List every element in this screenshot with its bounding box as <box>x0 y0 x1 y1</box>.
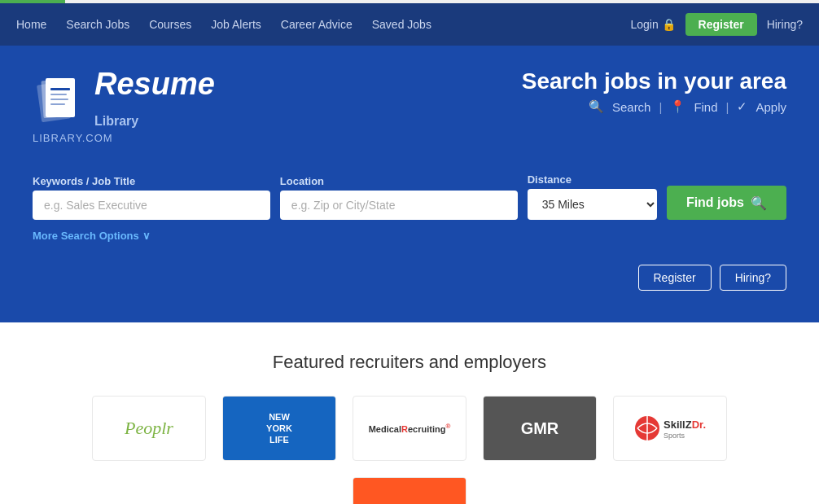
register-nav-button[interactable]: Register <box>685 13 757 36</box>
more-search-options[interactable]: More Search Options ∨ <box>33 230 786 242</box>
logo-icon <box>33 72 88 127</box>
logo-gmr[interactable]: GMR <box>483 396 597 461</box>
more-options-label: More Search Options <box>33 230 139 242</box>
keywords-field-group: Keywords / Job Title <box>33 175 270 220</box>
location-label: Location <box>280 175 518 187</box>
svg-rect-2 <box>46 78 75 117</box>
login-link[interactable]: Login 🔒 <box>630 18 675 31</box>
keywords-input[interactable] <box>33 191 270 220</box>
skillz-sports: Sports <box>664 432 706 440</box>
skillz-ball-icon <box>634 415 660 441</box>
chevron-down-icon: ∨ <box>142 230 151 242</box>
step1-label: Search <box>612 100 651 114</box>
distance-select[interactable]: 35 Miles 5 Miles 10 Miles 15 Miles 20 Mi… <box>528 189 657 220</box>
distance-field-group: Distance 35 Miles 5 Miles 10 Miles 15 Mi… <box>528 173 657 220</box>
distance-label: Distance <box>528 173 657 186</box>
nav-links: Home Search Jobs Courses Job Alerts Care… <box>16 18 431 31</box>
gmr-bg: GMR <box>484 397 596 460</box>
nyl-text: NEWYORKLIFE <box>266 411 292 446</box>
keywords-label: Keywords / Job Title <box>33 175 270 187</box>
tagline-heading: Search jobs in your area <box>522 68 786 94</box>
hero-bottom-buttons: Register Hiring? <box>33 265 786 291</box>
nyl-bg: NEWYORKLIFE <box>223 397 335 460</box>
nav-job-alerts[interactable]: Job Alerts <box>211 18 261 31</box>
location-icon: 📍 <box>670 99 685 114</box>
navigation: Home Search Jobs Courses Job Alerts Care… <box>0 3 819 46</box>
logo-vipkid[interactable]: VIP✦KID <box>353 477 466 504</box>
svg-rect-6 <box>50 103 65 105</box>
separator2: | <box>726 100 729 114</box>
peoplr-name: Peoplr <box>125 418 173 439</box>
gmr-text: GMR <box>521 419 559 438</box>
search-btn-icon: 🔍 <box>751 195 767 211</box>
logo-peoplr[interactable]: Peoplr <box>92 396 206 461</box>
svg-rect-3 <box>50 88 70 90</box>
lock-icon: 🔒 <box>662 18 676 31</box>
mr-text: MedicalRecruiting® <box>369 423 451 434</box>
featured-section: Featured recruiters and employers Peoplr… <box>0 322 819 504</box>
step3-label: Apply <box>755 100 786 114</box>
skillz-name: SkillZDr. <box>664 419 706 431</box>
step2-label: Find <box>694 100 717 114</box>
nav-home[interactable]: Home <box>16 18 46 31</box>
featured-title: Featured recruiters and employers <box>33 352 786 373</box>
svg-rect-4 <box>50 94 67 95</box>
nav-courses[interactable]: Courses <box>149 18 191 31</box>
find-jobs-button[interactable]: Find jobs 🔍 <box>667 186 786 220</box>
register-hero-button[interactable]: Register <box>638 265 712 291</box>
skillz-content: SkillZDr. Sports <box>634 415 706 441</box>
site-logo: ResumeLibrary LIBRARY.COM <box>33 68 215 144</box>
logo-domain: LIBRARY.COM <box>33 132 113 144</box>
svg-rect-5 <box>50 99 68 100</box>
hero-tagline: Search jobs in your area 🔍 Search | 📍 Fi… <box>522 68 786 114</box>
location-field-group: Location <box>280 175 518 220</box>
hero-section: ResumeLibrary LIBRARY.COM Search jobs in… <box>0 46 819 322</box>
logo-medical-recruiting[interactable]: MedicalRecruiting® <box>353 396 466 461</box>
vipkid-bg: VIP✦KID <box>353 478 466 504</box>
login-label: Login <box>630 18 658 31</box>
skillz-label: SkillZDr. Sports <box>664 417 706 440</box>
nav-search-jobs[interactable]: Search Jobs <box>66 18 129 31</box>
company-logos-row: Peoplr NEWYORKLIFE MedicalRecruiting® GM… <box>33 396 786 504</box>
nav-auth: Login 🔒 Register Hiring? <box>630 13 803 36</box>
logo-skillz-dr[interactable]: SkillZDr. Sports <box>613 396 727 461</box>
location-input[interactable] <box>280 191 518 220</box>
logo-new-york-life[interactable]: NEWYORKLIFE <box>222 396 336 461</box>
find-jobs-label: Find jobs <box>686 195 744 210</box>
hiring-nav-link[interactable]: Hiring? <box>767 18 803 31</box>
nav-career-advice[interactable]: Career Advice <box>281 18 353 31</box>
search-form: Keywords / Job Title Location Distance 3… <box>33 173 786 242</box>
logo-name: ResumeLibrary <box>94 68 215 130</box>
separator1: | <box>659 100 662 114</box>
nav-saved-jobs[interactable]: Saved Jobs <box>372 18 431 31</box>
search-icon: 🔍 <box>589 99 604 114</box>
hiring-hero-button[interactable]: Hiring? <box>720 265 786 291</box>
check-icon: ✓ <box>737 99 747 114</box>
